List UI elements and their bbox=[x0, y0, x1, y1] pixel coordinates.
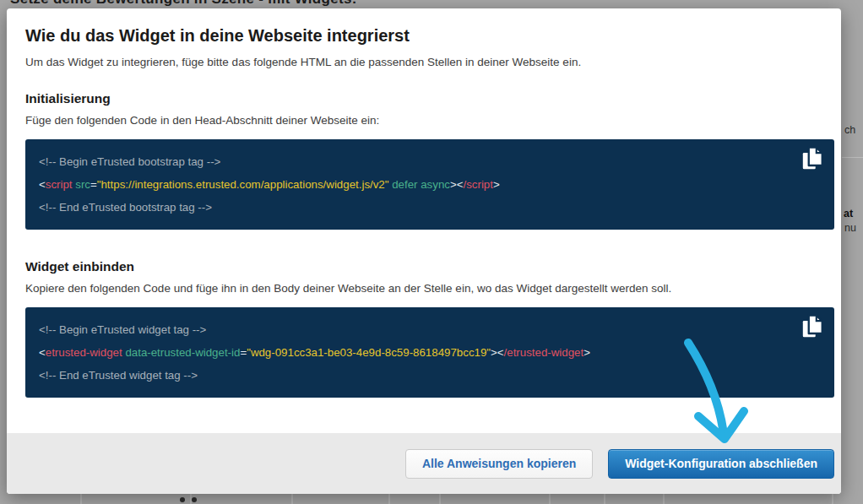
copy-icon bbox=[800, 145, 825, 175]
background-table-fragment bbox=[80, 494, 82, 504]
modal-footer: Alle Anweisungen kopieren Widget-Konfigu… bbox=[7, 433, 841, 494]
embed-section-heading: Widget einbinden bbox=[25, 258, 822, 274]
background-table-fragment bbox=[192, 497, 197, 502]
code-line: <!-- Begin eTrusted bootstrap tag --> bbox=[39, 150, 790, 173]
background-text-fragment: ch bbox=[844, 124, 855, 136]
init-section-description: Füge den folgenden Code in den Head-Absc… bbox=[25, 113, 822, 128]
copy-all-instructions-button[interactable]: Alle Anweisungen kopieren bbox=[405, 449, 593, 479]
code-line: <!-- Begin eTrusted widget tag --> bbox=[39, 318, 790, 341]
background-table-fragment bbox=[388, 494, 390, 504]
background-text-fragment: nu bbox=[844, 222, 856, 234]
code-line: <etrusted-widget data-etrusted-widget-id… bbox=[39, 341, 790, 364]
init-section-heading: Initialisierung bbox=[25, 90, 822, 106]
background-table-fragment bbox=[663, 494, 665, 504]
modal-title: Wie du das Widget in deine Webseite inte… bbox=[25, 25, 822, 46]
background-text-fragment: at bbox=[844, 208, 853, 219]
background-table-fragment bbox=[180, 497, 185, 502]
screen: Setze deine Bewertungen in Szene - mit W… bbox=[0, 0, 863, 504]
background-table-fragment bbox=[604, 494, 605, 504]
widget-integration-modal: Wie du das Widget in deine Webseite inte… bbox=[7, 8, 841, 494]
bootstrap-code-block: <!-- Begin eTrusted bootstrap tag --><sc… bbox=[25, 139, 834, 230]
background-page-heading: Setze deine Bewertungen in Szene - mit W… bbox=[10, 0, 357, 8]
modal-intro: Um das Widget zu integrieren, füge bitte… bbox=[25, 54, 822, 70]
code-line: <!-- End eTrusted widget tag --> bbox=[39, 364, 790, 387]
background-table-fragment bbox=[832, 494, 833, 504]
widget-code-block: <!-- Begin eTrusted widget tag --><etrus… bbox=[25, 307, 834, 398]
copy-icon bbox=[800, 313, 825, 343]
background-divider bbox=[842, 157, 863, 158]
code-line: <script src="https://integrations.etrust… bbox=[39, 173, 790, 196]
background-table-fragment bbox=[549, 494, 551, 504]
copy-bootstrap-code-button[interactable] bbox=[798, 145, 827, 174]
embed-section-description: Kopiere den folgenden Code und füge ihn … bbox=[25, 281, 822, 296]
copy-widget-code-button[interactable] bbox=[798, 313, 827, 342]
finish-widget-configuration-button[interactable]: Widget-Konfiguration abschließen bbox=[608, 449, 834, 479]
background-table-fragment bbox=[291, 494, 293, 504]
code-line: <!-- End eTrusted bootstrap tag --> bbox=[39, 196, 790, 219]
background-table-fragment bbox=[439, 494, 441, 504]
